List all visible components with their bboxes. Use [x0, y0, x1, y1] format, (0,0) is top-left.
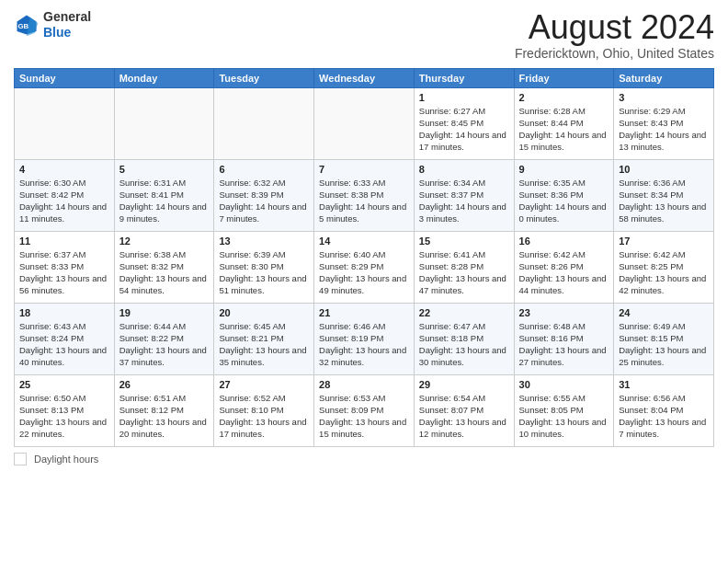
calendar-week-4: 18Sunrise: 6:43 AM Sunset: 8:24 PM Dayli…	[15, 303, 714, 374]
calendar-cell: 30Sunrise: 6:55 AM Sunset: 8:05 PM Dayli…	[514, 374, 614, 446]
calendar-cell: 20Sunrise: 6:45 AM Sunset: 8:21 PM Dayli…	[214, 303, 314, 374]
calendar-cell: 3Sunrise: 6:29 AM Sunset: 8:43 PM Daylig…	[614, 87, 714, 159]
calendar-cell: 29Sunrise: 6:54 AM Sunset: 8:07 PM Dayli…	[414, 374, 514, 446]
calendar-cell: 9Sunrise: 6:35 AM Sunset: 8:36 PM Daylig…	[514, 159, 614, 231]
day-number: 24	[619, 307, 709, 318]
day-number: 15	[419, 236, 509, 247]
calendar-cell: 4Sunrise: 6:30 AM Sunset: 8:42 PM Daylig…	[15, 159, 115, 231]
day-info: Sunrise: 6:38 AM Sunset: 8:32 PM Dayligh…	[119, 248, 210, 297]
day-info: Sunrise: 6:34 AM Sunset: 8:37 PM Dayligh…	[419, 177, 509, 225]
col-saturday: Saturday	[614, 68, 714, 87]
day-number: 29	[419, 379, 509, 390]
day-info: Sunrise: 6:42 AM Sunset: 8:26 PM Dayligh…	[519, 248, 609, 297]
location: Fredericktown, Ohio, United States	[515, 46, 714, 61]
day-number: 31	[619, 379, 709, 390]
calendar-cell: 11Sunrise: 6:37 AM Sunset: 8:33 PM Dayli…	[15, 231, 115, 303]
col-sunday: Sunday	[15, 68, 115, 87]
day-info: Sunrise: 6:50 AM Sunset: 8:13 PM Dayligh…	[19, 392, 109, 441]
day-number: 7	[319, 164, 409, 175]
footer: Daylight hours	[14, 453, 714, 465]
day-number: 13	[219, 236, 309, 247]
calendar-cell: 28Sunrise: 6:53 AM Sunset: 8:09 PM Dayli…	[314, 374, 415, 446]
calendar-cell	[15, 87, 115, 159]
calendar-cell	[314, 87, 415, 159]
calendar-cell: 26Sunrise: 6:51 AM Sunset: 8:12 PM Dayli…	[114, 374, 214, 446]
calendar-cell: 24Sunrise: 6:49 AM Sunset: 8:15 PM Dayli…	[614, 303, 714, 374]
col-monday: Monday	[114, 68, 214, 87]
day-info: Sunrise: 6:35 AM Sunset: 8:36 PM Dayligh…	[519, 177, 609, 225]
calendar-cell: 15Sunrise: 6:41 AM Sunset: 8:28 PM Dayli…	[414, 231, 514, 303]
day-number: 5	[119, 164, 210, 175]
day-number: 16	[519, 236, 609, 247]
day-number: 12	[119, 236, 210, 247]
day-number: 26	[119, 379, 210, 390]
calendar-cell: 8Sunrise: 6:34 AM Sunset: 8:37 PM Daylig…	[414, 159, 514, 231]
col-tuesday: Tuesday	[214, 68, 314, 87]
day-info: Sunrise: 6:51 AM Sunset: 8:12 PM Dayligh…	[119, 392, 210, 441]
day-info: Sunrise: 6:48 AM Sunset: 8:16 PM Dayligh…	[519, 320, 609, 369]
col-wednesday: Wednesday	[314, 68, 415, 87]
day-info: Sunrise: 6:29 AM Sunset: 8:43 PM Dayligh…	[619, 105, 709, 154]
day-number: 14	[319, 236, 409, 247]
day-info: Sunrise: 6:39 AM Sunset: 8:30 PM Dayligh…	[219, 248, 309, 297]
day-info: Sunrise: 6:31 AM Sunset: 8:41 PM Dayligh…	[119, 177, 210, 225]
day-info: Sunrise: 6:56 AM Sunset: 8:04 PM Dayligh…	[619, 392, 709, 441]
header: GB General Blue August 2024 Fredericktow…	[14, 9, 714, 61]
day-number: 1	[419, 92, 509, 103]
calendar-cell: 7Sunrise: 6:33 AM Sunset: 8:38 PM Daylig…	[314, 159, 415, 231]
calendar-cell	[114, 87, 214, 159]
calendar-cell: 13Sunrise: 6:39 AM Sunset: 8:30 PM Dayli…	[214, 231, 314, 303]
col-thursday: Thursday	[414, 68, 514, 87]
day-number: 18	[19, 307, 109, 318]
calendar-cell: 22Sunrise: 6:47 AM Sunset: 8:18 PM Dayli…	[414, 303, 514, 374]
calendar-week-5: 25Sunrise: 6:50 AM Sunset: 8:13 PM Dayli…	[15, 374, 714, 446]
day-info: Sunrise: 6:41 AM Sunset: 8:28 PM Dayligh…	[419, 248, 509, 297]
logo-blue: Blue	[43, 25, 91, 40]
calendar-cell: 18Sunrise: 6:43 AM Sunset: 8:24 PM Dayli…	[15, 303, 115, 374]
month-title: August 2024	[515, 9, 714, 46]
calendar-cell: 16Sunrise: 6:42 AM Sunset: 8:26 PM Dayli…	[514, 231, 614, 303]
day-info: Sunrise: 6:44 AM Sunset: 8:22 PM Dayligh…	[119, 320, 210, 369]
day-info: Sunrise: 6:55 AM Sunset: 8:05 PM Dayligh…	[519, 392, 609, 441]
day-number: 11	[19, 236, 109, 247]
day-number: 28	[319, 379, 409, 390]
calendar-cell: 14Sunrise: 6:40 AM Sunset: 8:29 PM Dayli…	[314, 231, 415, 303]
main-container: GB General Blue August 2024 Fredericktow…	[0, 0, 728, 563]
day-info: Sunrise: 6:40 AM Sunset: 8:29 PM Dayligh…	[319, 248, 409, 297]
day-info: Sunrise: 6:47 AM Sunset: 8:18 PM Dayligh…	[419, 320, 509, 369]
day-info: Sunrise: 6:43 AM Sunset: 8:24 PM Dayligh…	[19, 320, 109, 369]
day-info: Sunrise: 6:30 AM Sunset: 8:42 PM Dayligh…	[19, 177, 109, 225]
calendar-cell: 17Sunrise: 6:42 AM Sunset: 8:25 PM Dayli…	[614, 231, 714, 303]
calendar-week-3: 11Sunrise: 6:37 AM Sunset: 8:33 PM Dayli…	[15, 231, 714, 303]
day-number: 21	[319, 307, 409, 318]
logo: GB General Blue	[14, 9, 91, 40]
calendar-week-1: 1Sunrise: 6:27 AM Sunset: 8:45 PM Daylig…	[15, 87, 714, 159]
svg-text:GB: GB	[17, 21, 28, 29]
day-number: 27	[219, 379, 309, 390]
col-friday: Friday	[514, 68, 614, 87]
calendar-week-2: 4Sunrise: 6:30 AM Sunset: 8:42 PM Daylig…	[15, 159, 714, 231]
day-info: Sunrise: 6:46 AM Sunset: 8:19 PM Dayligh…	[319, 320, 409, 369]
day-number: 8	[419, 164, 509, 175]
calendar-cell: 19Sunrise: 6:44 AM Sunset: 8:22 PM Dayli…	[114, 303, 214, 374]
calendar-cell: 12Sunrise: 6:38 AM Sunset: 8:32 PM Dayli…	[114, 231, 214, 303]
calendar-cell: 25Sunrise: 6:50 AM Sunset: 8:13 PM Dayli…	[15, 374, 115, 446]
day-info: Sunrise: 6:54 AM Sunset: 8:07 PM Dayligh…	[419, 392, 509, 441]
calendar-cell: 23Sunrise: 6:48 AM Sunset: 8:16 PM Dayli…	[514, 303, 614, 374]
day-number: 9	[519, 164, 609, 175]
title-area: August 2024 Fredericktown, Ohio, United …	[515, 9, 714, 61]
day-number: 2	[519, 92, 609, 103]
day-number: 6	[219, 164, 309, 175]
day-info: Sunrise: 6:52 AM Sunset: 8:10 PM Dayligh…	[219, 392, 309, 441]
day-info: Sunrise: 6:42 AM Sunset: 8:25 PM Dayligh…	[619, 248, 709, 297]
calendar-cell: 5Sunrise: 6:31 AM Sunset: 8:41 PM Daylig…	[114, 159, 214, 231]
day-number: 3	[619, 92, 709, 103]
day-number: 20	[219, 307, 309, 318]
calendar-table: Sunday Monday Tuesday Wednesday Thursday…	[14, 68, 714, 447]
day-info: Sunrise: 6:37 AM Sunset: 8:33 PM Dayligh…	[19, 248, 109, 297]
day-number: 19	[119, 307, 210, 318]
calendar-cell: 10Sunrise: 6:36 AM Sunset: 8:34 PM Dayli…	[614, 159, 714, 231]
day-info: Sunrise: 6:53 AM Sunset: 8:09 PM Dayligh…	[319, 392, 409, 441]
calendar-cell: 1Sunrise: 6:27 AM Sunset: 8:45 PM Daylig…	[414, 87, 514, 159]
calendar-cell: 21Sunrise: 6:46 AM Sunset: 8:19 PM Dayli…	[314, 303, 415, 374]
